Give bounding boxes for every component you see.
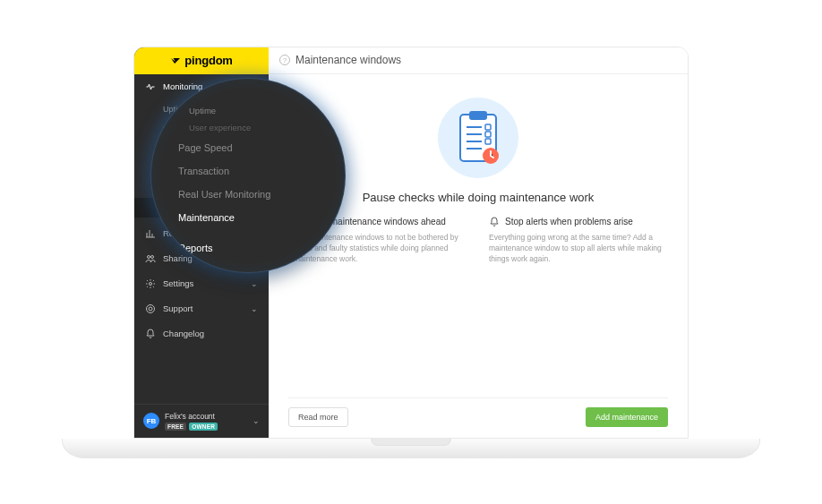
mag-row-rum[interactable]: Real User Monitoring bbox=[178, 183, 327, 206]
svg-rect-6 bbox=[469, 111, 487, 120]
account-switcher[interactable]: FB Felix's account FREE OWNER ⌄ bbox=[134, 404, 269, 438]
svg-point-4 bbox=[149, 307, 152, 311]
hero-title: Pause checks while doing maintenance wor… bbox=[363, 191, 595, 204]
account-info: Felix's account FREE OWNER bbox=[165, 412, 218, 431]
feature-columns: Plan maintenance windows ahead Add maint… bbox=[288, 217, 668, 265]
sidebar-label: Changelog bbox=[163, 329, 204, 338]
account-name: Felix's account bbox=[165, 412, 218, 421]
screen: pingdom Monitoring ⌃ Uptime User experie… bbox=[133, 47, 689, 439]
feature-desc: Everything going wrong at the same time?… bbox=[489, 232, 663, 265]
pulse-icon bbox=[145, 81, 156, 92]
laptop-frame: pingdom Monitoring ⌃ Uptime User experie… bbox=[62, 47, 760, 458]
sidebar-label: Sharing bbox=[163, 253, 193, 263]
sidebar-item-settings[interactable]: Settings ⌄ bbox=[134, 271, 269, 296]
sidebar-item-support[interactable]: Support ⌄ bbox=[134, 296, 269, 321]
add-maintenance-button[interactable]: Add maintenance bbox=[586, 407, 668, 427]
feature-title: Stop alerts when problems arise bbox=[505, 217, 633, 226]
feature-stop-alerts: Stop alerts when problems arise Everythi… bbox=[489, 217, 663, 265]
brand-bar[interactable]: pingdom bbox=[134, 47, 269, 74]
page-header: ? Maintenance windows bbox=[269, 47, 688, 74]
laptop-base bbox=[62, 439, 760, 458]
sidebar-label: Support bbox=[163, 303, 193, 313]
sidebar-label: Monitoring bbox=[163, 81, 202, 91]
chart-icon bbox=[145, 228, 156, 239]
brand-bird-icon bbox=[170, 56, 181, 66]
clipboard-icon bbox=[438, 98, 518, 178]
svg-point-2 bbox=[150, 282, 152, 285]
svg-point-1 bbox=[151, 255, 154, 258]
account-badges: FREE OWNER bbox=[165, 423, 218, 431]
gear-icon bbox=[145, 278, 156, 289]
svg-point-0 bbox=[148, 255, 150, 258]
avatar: FB bbox=[143, 413, 159, 429]
badge-free: FREE bbox=[165, 423, 186, 431]
bell-icon bbox=[489, 217, 500, 227]
sidebar-label: Settings bbox=[163, 278, 193, 288]
empty-state: Pause checks while doing maintenance wor… bbox=[288, 90, 668, 397]
chevron-down-icon: ⌄ bbox=[251, 304, 258, 313]
mag-row-user-experience[interactable]: User experience bbox=[178, 119, 327, 136]
brand-name: pingdom bbox=[184, 54, 232, 67]
lifebuoy-icon bbox=[145, 303, 156, 314]
svg-point-3 bbox=[147, 304, 155, 312]
read-more-button[interactable]: Read more bbox=[288, 407, 348, 427]
mag-row-uptime[interactable]: Uptime bbox=[178, 102, 327, 119]
mag-row-transaction[interactable]: Transaction bbox=[178, 159, 327, 183]
bell-icon bbox=[145, 329, 156, 339]
footer-actions: Read more Add maintenance bbox=[288, 397, 668, 427]
magnifier-overlay: Uptime User experience Page Speed Transa… bbox=[150, 78, 346, 273]
chevron-down-icon: ⌄ bbox=[253, 416, 260, 425]
help-icon[interactable]: ? bbox=[279, 55, 290, 65]
mag-row-maintenance[interactable]: Maintenance bbox=[178, 206, 327, 229]
page-title: Maintenance windows bbox=[295, 54, 401, 66]
laptop-notch bbox=[371, 439, 451, 446]
mag-row-page-speed[interactable]: Page Speed bbox=[178, 136, 327, 159]
main: ? Maintenance windows bbox=[269, 47, 688, 438]
badge-owner: OWNER bbox=[189, 423, 218, 431]
users-icon bbox=[145, 253, 156, 264]
sidebar-item-changelog[interactable]: Changelog bbox=[134, 321, 269, 346]
chevron-down-icon: ⌄ bbox=[251, 279, 258, 288]
